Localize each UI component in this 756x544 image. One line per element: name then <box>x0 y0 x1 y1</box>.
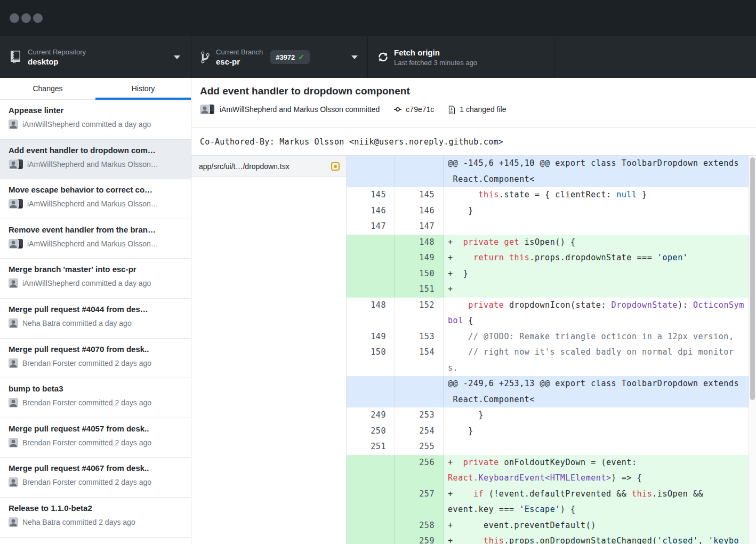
sync-icon <box>379 51 388 63</box>
commit-list-item[interactable]: Move escape behavior to correct co…iAmWi… <box>0 179 191 219</box>
new-line-number: 151 <box>395 282 444 298</box>
commit-item-title: Merge pull request #4070 from desk.. <box>9 345 182 354</box>
old-line-number: 149 <box>347 329 395 345</box>
new-line-number: 258 <box>395 518 444 534</box>
window-titlebar <box>0 0 756 36</box>
old-line-number: 250 <box>347 423 395 439</box>
commit-item-meta: iAmWillShepherd committed a day ago <box>9 119 182 129</box>
changed-files-panel: app/src/ui/t…/dropdown.tsx <box>191 156 347 544</box>
history-sidebar: Changes History Appease linteriAmWillShe… <box>0 78 191 544</box>
close-window-button[interactable] <box>10 13 19 23</box>
commit-detail-pane: Add event handler to dropdown component … <box>191 78 756 544</box>
avatar <box>9 398 18 407</box>
old-line-number <box>347 455 395 486</box>
commit-title: Add event handler to dropdown component <box>200 85 747 97</box>
commit-list-item[interactable]: Merge pull request #4067 from desk..Bren… <box>0 458 191 498</box>
avatar <box>9 199 18 209</box>
scrollbar-thumb[interactable] <box>750 157 755 400</box>
new-line-number: 147 <box>395 219 444 235</box>
commit-list-item[interactable]: Merge branch 'master' into esc-priAmWill… <box>0 259 191 299</box>
diff-code: @@ -145,6 +145,10 @@ export class Toolba… <box>444 156 756 187</box>
diff-line: 149153 // @TODO: Remake triangle octicon… <box>347 329 756 345</box>
old-line-number <box>347 376 395 407</box>
diff-line: 148+ private get isOpen() { <box>347 235 756 251</box>
commit-list-item[interactable]: Merge pull request #4044 from des…Neha B… <box>0 299 191 339</box>
new-line-number <box>395 156 444 187</box>
commit-list-item[interactable]: Appease linteriAmWillShepherd committed … <box>0 100 191 140</box>
old-line-number: 145 <box>347 187 395 203</box>
commit-header: Add event handler to dropdown component … <box>191 78 756 128</box>
old-line-number <box>347 486 395 518</box>
tab-history[interactable]: History <box>95 78 191 99</box>
avatar <box>9 119 18 129</box>
diff-code: this.state = { clientRect: null } <box>444 187 756 203</box>
commit-sha[interactable]: c79e71c <box>406 105 434 114</box>
old-line-number <box>347 282 395 298</box>
commit-item-title: Release to 1.1.0-beta2 <box>9 503 182 513</box>
diff-code: + event.preventDefault() <box>444 518 756 534</box>
new-line-number: 253 <box>395 407 444 423</box>
diff-code: private dropdownIcon(state: DropdownStat… <box>444 298 756 329</box>
tab-changes[interactable]: Changes <box>0 78 95 99</box>
avatar <box>9 278 18 288</box>
commit-item-meta: Neha Batra committed a day ago <box>9 318 182 328</box>
diff-line: 147147 <box>347 219 756 235</box>
commit-list-item[interactable]: Release to 1.1.0-beta2Neha Batra committ… <box>0 498 191 538</box>
diff-code: + } <box>444 266 756 282</box>
commit-item-title: Merge pull request #4057 from desk.. <box>9 424 182 433</box>
pr-status-badge: #3972 ✓ <box>270 50 310 64</box>
commit-list-item[interactable]: Merge pull request #4057 from desk..Bren… <box>0 418 191 458</box>
diff-code: + <box>444 282 756 298</box>
diff-line: 257+ if (!event.defaultPrevented && this… <box>347 486 756 518</box>
diff-code: } <box>444 203 756 219</box>
diff-code <box>444 439 756 455</box>
changed-file-item[interactable]: app/src/ui/t…/dropdown.tsx <box>191 156 346 177</box>
old-line-number: 147 <box>347 219 395 235</box>
avatar <box>9 358 18 368</box>
new-line-number: 146 <box>395 203 444 219</box>
commit-list-item[interactable]: bump to beta3Brendan Forster committed 2… <box>0 378 191 418</box>
commit-list-item[interactable]: Merge pull request #4070 from desk..Bren… <box>0 339 191 379</box>
old-line-number: 249 <box>347 407 395 423</box>
diff-line: 145145 this.state = { clientRect: null } <box>347 187 756 203</box>
minimize-window-button[interactable] <box>21 13 31 23</box>
repository-name: desktop <box>28 57 86 67</box>
zoom-window-button[interactable] <box>33 13 43 23</box>
fetch-origin-button[interactable]: Fetch origin Last fetched 3 minutes ago <box>368 36 554 78</box>
diff-hunk-header: @@ -145,6 +145,10 @@ export class Toolba… <box>347 156 756 187</box>
diff-line: 148152 private dropdownIcon(state: Dropd… <box>347 298 756 329</box>
branch-switcher-button[interactable]: Current Branch esc-pr #3972 ✓ <box>191 36 368 78</box>
diff-code: } <box>444 423 756 439</box>
diff-view: @@ -145,6 +145,10 @@ export class Toolba… <box>347 156 756 544</box>
commit-item-byline: Brendan Forster committed 2 days ago <box>22 478 151 486</box>
commit-item-meta: Brendan Forster committed 2 days ago <box>9 398 182 407</box>
diff-area: app/src/ui/t…/dropdown.tsx @@ -145,6 +14… <box>191 156 756 544</box>
check-icon: ✓ <box>298 53 304 61</box>
commit-item-title: bump to beta3 <box>9 384 182 393</box>
diff-line: 258+ event.preventDefault() <box>347 518 756 534</box>
committer-avatars <box>9 239 23 249</box>
new-line-number: 145 <box>395 187 444 203</box>
commit-icon <box>393 105 402 114</box>
old-line-number <box>347 235 395 251</box>
chevron-down-icon <box>174 55 180 59</box>
commit-list-item[interactable]: Remove event handler from the bran…iAmWi… <box>0 219 191 259</box>
github-desktop-window: Current Repository desktop Current Branc… <box>0 0 756 544</box>
old-line-number <box>347 518 395 534</box>
diff-code: + private onFoldoutKeyDown = (event:Reac… <box>444 455 756 486</box>
diff-scrollbar <box>749 156 756 544</box>
commit-list-item[interactable]: Merge pull request #4050 from desk.. <box>0 538 191 544</box>
commit-item-byline: Brendan Forster committed 2 days ago <box>22 438 151 447</box>
new-line-number: 154 <box>395 345 444 376</box>
commit-list-item[interactable]: Add event handler to dropdown com…iAmWil… <box>0 140 191 180</box>
diff-line: 259+ this.props.onDropdownStateChanged('… <box>347 533 756 544</box>
commit-item-title: Merge branch 'master' into esc-pr <box>9 265 182 274</box>
changed-files-count: 1 changed file <box>460 105 506 114</box>
new-line-number: 255 <box>395 439 444 455</box>
committer-avatars <box>9 199 23 209</box>
file-path: app/src/ui/t…/dropdown.tsx <box>199 162 331 171</box>
diff-line: 250254 } <box>347 423 756 439</box>
commit-list: Appease linteriAmWillShepherd committed … <box>0 100 191 544</box>
commit-item-title: Add event handler to dropdown com… <box>9 146 182 155</box>
repository-switcher-button[interactable]: Current Repository desktop <box>0 36 191 78</box>
